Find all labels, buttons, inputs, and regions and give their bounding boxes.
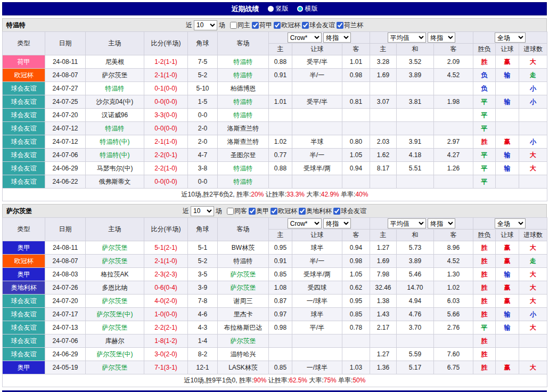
odds-away: 0.94	[342, 162, 370, 175]
match-row: 球会友谊24-07-27特温特0-1(0-0)5-10柏德博恩负小	[3, 82, 547, 95]
same-venue-input[interactable]	[227, 208, 234, 215]
team-name: 萨尔茨堡	[6, 207, 32, 216]
odds-home	[269, 122, 292, 135]
league-checkbox-input[interactable]	[271, 208, 277, 215]
avg-time-select[interactable]: 终指	[428, 32, 455, 43]
fulltime-group-header: 全场	[473, 32, 547, 44]
league-type-badge: 奥甲	[3, 361, 45, 374]
avg-time-select[interactable]: 终指	[428, 218, 455, 228]
match-date: 24-08-11	[45, 241, 86, 255]
avg-away: 1.26	[434, 162, 473, 175]
league-filter-checkbox[interactable]: 荷兰杯	[337, 21, 363, 30]
match-count-select[interactable]: 10	[191, 206, 214, 216]
avg-away: 4.52	[434, 255, 473, 268]
odds-handicap: 半/一	[292, 255, 342, 268]
away-team: LASK林茨	[218, 361, 269, 374]
result-goals: 小	[519, 135, 547, 149]
results-table: 类型 日期 主场 比分(半场) 角球 客场 Crow* 终指 平均值 终指	[2, 31, 547, 201]
avg-away: 1.98	[434, 95, 473, 109]
league-checkbox-label: 荷兰杯	[344, 21, 363, 30]
result-handicap: 输	[496, 268, 519, 281]
league-checkbox-input[interactable]	[333, 208, 340, 215]
league-filter-checkbox[interactable]: 欧冠杯	[274, 21, 300, 30]
avg-home: 7.98	[370, 268, 397, 281]
match-row: 球会友谊24-07-12特温特(中)2-1(1-0)2-0洛斯查兰特1.02半球…	[3, 135, 547, 149]
league-checkbox-input[interactable]	[337, 22, 343, 29]
corner-score: 1-5	[188, 95, 218, 109]
league-type-badge: 奥地利杯	[3, 281, 45, 295]
avg-draw: 4.76	[397, 308, 434, 321]
result-handicap: 输	[496, 308, 519, 321]
filter-matches-label: 场	[216, 207, 222, 216]
summary-part: 62.5%	[289, 377, 307, 384]
radio-vertical-label: 竖版	[276, 4, 289, 13]
section-twente: 特温特 近 10 场 同主 荷甲 欧冠杯 球会友谊 荷兰杯	[2, 18, 547, 201]
avg-away: 4.27	[434, 149, 473, 162]
result-outcome: 胜	[473, 241, 496, 255]
avg-draw: 5.17	[397, 361, 434, 374]
league-filter-checkbox[interactable]: 欧冠杯	[271, 207, 297, 216]
league-filter-checkbox[interactable]: 奥地利杯	[299, 207, 332, 216]
match-count-select[interactable]: 10	[194, 20, 217, 30]
result-outcome: 胜	[473, 334, 496, 348]
league-checkbox-input[interactable]	[252, 22, 259, 29]
league-checkbox-input[interactable]	[302, 22, 309, 29]
home-team: 多恩比纳	[86, 281, 144, 295]
league-filter-checkbox[interactable]: 荷甲	[252, 21, 272, 30]
odds-away	[342, 334, 370, 348]
odds-handicap	[292, 334, 342, 348]
layout-radio-vertical[interactable]: 竖版	[268, 4, 289, 13]
fulltime-select[interactable]: 全场	[495, 32, 526, 43]
league-filter-checkbox[interactable]: 奥甲	[249, 207, 269, 216]
avg-draw	[397, 334, 434, 348]
league-checkbox-input[interactable]	[299, 208, 306, 215]
layout-radio-horizontal[interactable]: 横版	[297, 4, 318, 13]
score: 2-3(2-3)	[144, 268, 188, 281]
same-venue-checkbox[interactable]: 同客	[227, 207, 247, 216]
league-checkbox-input[interactable]	[274, 22, 281, 29]
col-header-away: 客场	[218, 32, 269, 55]
odds-home: 1.02	[269, 135, 292, 149]
avg-select[interactable]: 平均值	[388, 32, 426, 43]
match-date: 24-08-11	[45, 55, 86, 69]
league-filter-checkbox[interactable]: 球会友谊	[302, 21, 335, 30]
away-team: 萨尔茨堡	[218, 334, 269, 348]
same-venue-label: 同客	[234, 207, 247, 216]
subcol-odds-away: 客	[342, 44, 370, 55]
league-type-badge: 奥甲	[3, 241, 45, 255]
odds-time-select[interactable]: 终指	[323, 218, 351, 228]
result-handicap: 输	[496, 69, 519, 82]
odds-group-header: Crow* 终指	[269, 32, 370, 44]
away-team: 特温特	[218, 55, 269, 69]
home-team: 特温特	[86, 122, 144, 135]
odds-away: 0.98	[342, 69, 370, 82]
avg-draw	[397, 175, 434, 189]
score: 2-2(0-1)	[144, 149, 188, 162]
league-checkbox-label: 欧冠杯	[278, 207, 297, 216]
fulltime-select[interactable]: 全场	[495, 218, 526, 228]
odds-time-select[interactable]: 终指	[323, 32, 351, 43]
subcol-odds-home: 主	[269, 44, 292, 55]
result-goals: 大	[519, 162, 547, 175]
result-goals: 大	[519, 281, 547, 295]
league-type-badge: 球会友谊	[3, 295, 45, 308]
corner-score: 4-3	[188, 321, 218, 334]
results-table: 类型 日期 主场 比分(半场) 角球 客场 Crow* 终指 平均值 终指	[2, 217, 547, 387]
result-goals: 大	[519, 295, 547, 308]
league-filter-checkbox[interactable]: 球会友谊	[333, 207, 366, 216]
result-outcome: 胜	[473, 281, 496, 295]
odds-company-select[interactable]: Crow*	[288, 32, 322, 43]
avg-select[interactable]: 平均值	[388, 218, 426, 228]
col-header-type: 类型	[3, 32, 45, 55]
odds-home	[269, 348, 292, 361]
home-team: 萨尔茨堡	[86, 295, 144, 308]
corner-score: 5-2	[188, 255, 218, 268]
away-team: 萨尔茨堡	[218, 268, 269, 281]
corner-score: 5-2	[188, 69, 218, 82]
odds-company-select[interactable]: Crow*	[288, 218, 322, 228]
same-venue-input[interactable]	[230, 22, 237, 29]
same-venue-checkbox[interactable]: 同主	[230, 21, 250, 30]
avg-draw: 3.89	[397, 255, 434, 268]
filter-recent-label: 近	[183, 207, 189, 216]
league-checkbox-input[interactable]	[249, 208, 256, 215]
